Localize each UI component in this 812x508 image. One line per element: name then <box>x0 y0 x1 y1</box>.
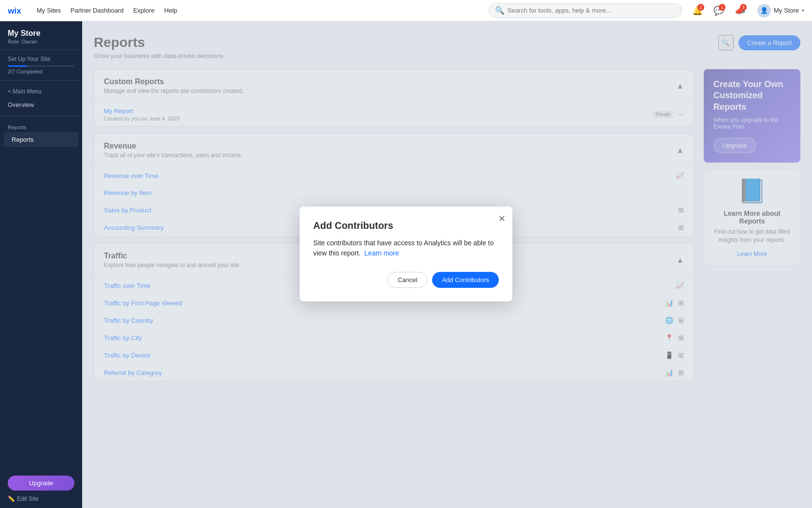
add-contributors-modal: ✕ Add Contributors Site contributors tha… <box>300 207 512 301</box>
modal-cancel-button[interactable]: Cancel <box>388 272 427 288</box>
modal-actions: Cancel Add Contributors <box>313 272 499 288</box>
modal-body: Site contributors that have access to An… <box>313 238 499 258</box>
modal-confirm-button[interactable]: Add Contributors <box>432 272 499 288</box>
modal-learn-more-link[interactable]: Learn more <box>364 249 399 257</box>
modal-body-text: Site contributors that have access to An… <box>313 239 494 257</box>
modal-backdrop: ✕ Add Contributors Site contributors tha… <box>0 0 812 508</box>
modal-close-button[interactable]: ✕ <box>498 213 506 224</box>
modal-title: Add Contributors <box>313 220 499 231</box>
